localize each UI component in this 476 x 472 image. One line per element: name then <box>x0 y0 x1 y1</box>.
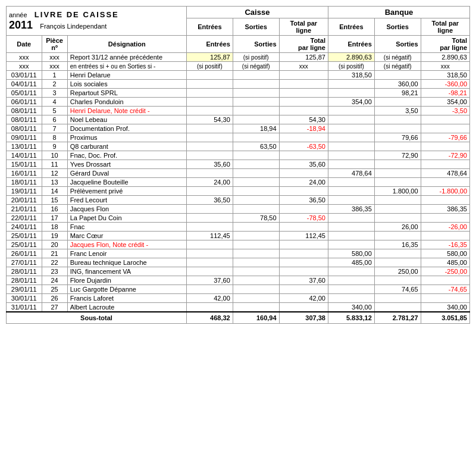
cell-banque-entrees <box>328 187 374 196</box>
footer-b-total: 3.051,85 <box>421 312 469 324</box>
cell-banque-sorties <box>374 71 421 80</box>
cell-caisse-entrees <box>186 151 233 160</box>
cell-banque-sorties <box>374 160 421 169</box>
cell-piece: 11 <box>42 160 67 169</box>
cell-banque-entrees <box>328 107 374 115</box>
cell-piece: 16 <box>42 205 67 214</box>
cell-banque-sorties: 250,00 <box>374 267 421 276</box>
footer-c-sorties: 160,94 <box>233 312 279 324</box>
cell-caisse-sorties: 18,94 <box>233 124 279 133</box>
cell-caisse-total: 35,60 <box>279 160 328 169</box>
cell-caisse-entrees <box>186 285 233 294</box>
cell-banque-sorties: 72,90 <box>374 151 421 160</box>
cell-date: 08/01/11 <box>7 107 42 115</box>
footer-b-entrees: 5.833,12 <box>328 312 374 324</box>
cell-designation: Jacques Flon, Note crédit - <box>67 240 186 249</box>
col-b-total2: Totalpar ligne <box>421 36 469 53</box>
cell-banque-sorties <box>374 276 421 285</box>
cell-piece: 25 <box>42 285 67 294</box>
cell-designation: Yves Drossart <box>67 160 186 169</box>
cell-banque-total <box>421 124 469 133</box>
cell-banque-entrees <box>328 178 374 187</box>
cell-caisse-sorties: 78,50 <box>233 214 279 223</box>
col-banque-entrees: Entrées <box>328 18 374 36</box>
book-title: LIVRE DE CAISSE <box>35 10 119 19</box>
cell-caisse-sorties <box>233 303 279 312</box>
year-label: année <box>9 11 27 18</box>
cell-banque-total: 340,00 <box>421 303 469 312</box>
cell-banque-total <box>421 232 469 240</box>
cell-banque-entrees <box>328 267 374 276</box>
cell-banque-sorties <box>374 303 421 312</box>
cell-designation: Marc Cœur <box>67 232 186 240</box>
cell-caisse-total: -18,94 <box>279 124 328 133</box>
cell-caisse-sorties: (si positif) <box>233 53 279 62</box>
cell-caisse-entrees: 42,00 <box>186 294 233 303</box>
cell-caisse-entrees: 36,50 <box>186 196 233 205</box>
cell-caisse-total <box>279 80 328 89</box>
cell-banque-entrees <box>328 294 374 303</box>
cell-caisse-total <box>279 285 328 294</box>
cell-banque-total: 478,64 <box>421 169 469 178</box>
cell-caisse-entrees <box>186 249 233 258</box>
cell-caisse-total <box>279 71 328 80</box>
cell-piece: 23 <box>42 267 67 276</box>
cell-designation: Flore Dujardin <box>67 276 186 285</box>
cell-banque-total: -3,50 <box>421 107 469 115</box>
cell-designation: Franc Lenoir <box>67 249 186 258</box>
table-row: 21/01/1116Jacques Flon386,35386,35 <box>7 205 470 214</box>
cell-designation: Jacqueline Bouteille <box>67 178 186 187</box>
cell-caisse-sorties <box>233 205 279 214</box>
table-row: 15/01/1111Yves Drossart35,6035,60 <box>7 160 470 169</box>
cell-designation: Report 31/12 année précédente <box>67 53 186 62</box>
cell-caisse-entrees <box>186 124 233 133</box>
cell-banque-sorties <box>374 169 421 178</box>
cell-caisse-sorties <box>233 223 279 232</box>
cell-caisse-entrees: 24,00 <box>186 178 233 187</box>
cell-caisse-entrees: 112,45 <box>186 232 233 240</box>
cell-banque-total: -1.800,00 <box>421 187 469 196</box>
cell-banque-total: 386,35 <box>421 205 469 214</box>
table-row: 30/01/1126Francis Laforet42,0042,00 <box>7 294 470 303</box>
cell-designation: Fnac, Doc. Prof. <box>67 151 186 160</box>
cell-banque-sorties <box>374 142 421 151</box>
cell-designation: Repartout SPRL <box>67 89 186 98</box>
footer-row: Sous-total 468,32 160,94 307,38 5.833,12… <box>7 312 470 324</box>
cell-banque-sorties: 360,00 <box>374 80 421 89</box>
cell-caisse-total <box>279 258 328 267</box>
table-row: 24/01/1118Fnac26,00-26,00 <box>7 223 470 232</box>
col-designation: Désignation <box>67 36 186 53</box>
livre-de-caisse-table: année LIVRE DE CAISSE 2011 François Lind… <box>6 6 470 324</box>
table-row: 03/01/111Henri Delarue318,50318,50 <box>7 71 470 80</box>
cell-date: 25/01/11 <box>7 240 42 249</box>
cell-designation: Noel Lebeau <box>67 115 186 124</box>
cell-designation: Albert Lacroute <box>67 303 186 312</box>
cell-date: 18/01/11 <box>7 178 42 187</box>
cell-banque-sorties <box>374 178 421 187</box>
cell-caisse-sorties <box>233 249 279 258</box>
cell-date: xxx <box>7 53 42 62</box>
cell-banque-sorties <box>374 249 421 258</box>
cell-caisse-sorties <box>233 196 279 205</box>
table-row: 05/01/113Repartout SPRL98,21-98,21 <box>7 89 470 98</box>
cell-caisse-sorties <box>233 89 279 98</box>
cell-piece: 7 <box>42 124 67 133</box>
table-row: 14/01/1110Fnac, Doc. Prof.72,90-72,90 <box>7 151 470 160</box>
cell-designation: Charles Ponduloin <box>67 98 186 107</box>
col-c-sorties2: Sorties <box>233 36 279 53</box>
footer-c-total: 307,38 <box>279 312 328 324</box>
cell-banque-total: 318,50 <box>421 71 469 80</box>
table-row: 08/01/115Henri Delarue, Note crédit -3,5… <box>7 107 470 115</box>
cell-banque-total: -16,35 <box>421 240 469 249</box>
cell-date: xxx <box>7 62 42 71</box>
table-row: 18/01/1113Jacqueline Bouteille24,0024,00 <box>7 178 470 187</box>
cell-banque-entrees <box>328 240 374 249</box>
cell-caisse-entrees: 37,60 <box>186 276 233 285</box>
cell-piece: 9 <box>42 142 67 151</box>
table-row: 06/01/114Charles Ponduloin354,00354,00 <box>7 98 470 107</box>
cell-banque-total: 580,00 <box>421 249 469 258</box>
table-row: 22/01/1117La Papet Du Coin78,50-78,50 <box>7 214 470 223</box>
cell-caisse-total <box>279 205 328 214</box>
cell-banque-sorties <box>374 196 421 205</box>
cell-caisse-total <box>279 187 328 196</box>
